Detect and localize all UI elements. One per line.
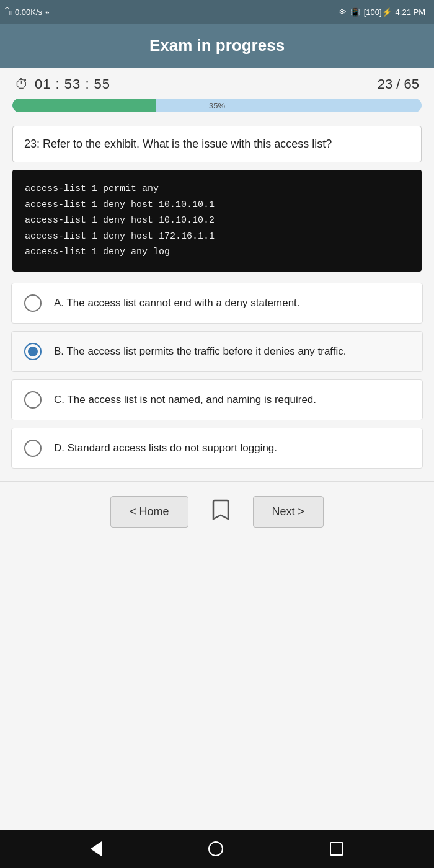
options-container: A. The access list cannot end with a den…	[0, 283, 434, 475]
code-line-1: access-list 1 permit any	[25, 181, 409, 197]
option-c[interactable]: C. The access list is not named, and nam…	[11, 379, 423, 420]
option-c-text: C. The access list is not named, and nam…	[54, 392, 316, 407]
question-count: 23 / 65	[378, 76, 419, 92]
timer-display: 01 : 53 : 55	[35, 76, 110, 92]
radio-c	[24, 391, 42, 409]
bookmark-button[interactable]	[207, 494, 234, 529]
code-line-4: access-list 1 deny host 172.16.1.1	[25, 229, 409, 245]
content-area: ⏱ 01 : 53 : 55 23 / 65 35% 23: Refer to …	[0, 68, 434, 830]
progress-container: 35%	[0, 99, 434, 121]
code-line-5: access-list 1 deny any log	[25, 244, 409, 260]
home-button[interactable]: < Home	[110, 496, 188, 528]
timer-icon: ⏱	[15, 76, 29, 92]
progress-bar-fill	[12, 99, 156, 112]
bottom-navigation: < Home Next >	[0, 481, 434, 542]
bookmark-icon	[212, 499, 229, 520]
time-display: 4:21 PM	[396, 7, 425, 17]
option-d-text: D. Standard access lists do not support …	[54, 441, 277, 456]
phone-container: ᪲ᵢₗₗ 0.00K/s ⌁ 👁 📳 [100]⚡ 4:21 PM Exam i…	[0, 0, 434, 868]
timer-left: ⏱ 01 : 53 : 55	[15, 76, 110, 92]
radio-b-inner	[28, 347, 38, 356]
signal-icon: ᪲ᵢₗₗ	[9, 7, 12, 17]
timer-row: ⏱ 01 : 53 : 55 23 / 65	[0, 68, 434, 99]
code-line-3: access-list 1 deny host 10.10.10.2	[25, 213, 409, 229]
status-bar-left: ᪲ᵢₗₗ 0.00K/s ⌁	[9, 7, 50, 17]
speed-indicator: 0.00K/s	[15, 7, 42, 17]
progress-bar-background: 35%	[12, 99, 422, 112]
status-bar-right: 👁 📳 [100]⚡ 4:21 PM	[339, 7, 425, 17]
progress-label: 35%	[209, 101, 225, 110]
question-text: 23: Refer to the exhibit. What is the is…	[24, 138, 332, 150]
radio-b	[24, 343, 42, 360]
battery-icon: [100]⚡	[364, 7, 392, 17]
vibrate-icon: 📳	[350, 7, 360, 17]
back-button[interactable]	[91, 841, 102, 856]
option-d[interactable]: D. Standard access lists do not support …	[11, 428, 423, 469]
android-nav-bar	[0, 830, 434, 868]
home-nav-button[interactable]	[208, 841, 223, 856]
recents-button[interactable]	[330, 842, 343, 856]
radio-a	[24, 294, 42, 312]
option-b[interactable]: B. The access list permits the traffic b…	[11, 331, 423, 372]
next-button[interactable]: Next >	[253, 496, 324, 528]
exam-title: Exam in progress	[149, 36, 285, 55]
status-bar: ᪲ᵢₗₗ 0.00K/s ⌁ 👁 📳 [100]⚡ 4:21 PM	[0, 0, 434, 24]
option-a-text: A. The access list cannot end with a den…	[54, 296, 300, 311]
question-box: 23: Refer to the exhibit. What is the is…	[12, 126, 422, 162]
option-b-text: B. The access list permits the traffic b…	[54, 344, 347, 359]
radio-d	[24, 440, 42, 457]
code-block: access-list 1 permit any access-list 1 d…	[12, 170, 422, 272]
exam-header: Exam in progress	[0, 24, 434, 68]
usb-icon: ⌁	[45, 7, 50, 17]
eye-icon: 👁	[339, 7, 347, 17]
code-line-2: access-list 1 deny host 10.10.10.1	[25, 197, 409, 213]
option-a[interactable]: A. The access list cannot end with a den…	[11, 283, 423, 324]
